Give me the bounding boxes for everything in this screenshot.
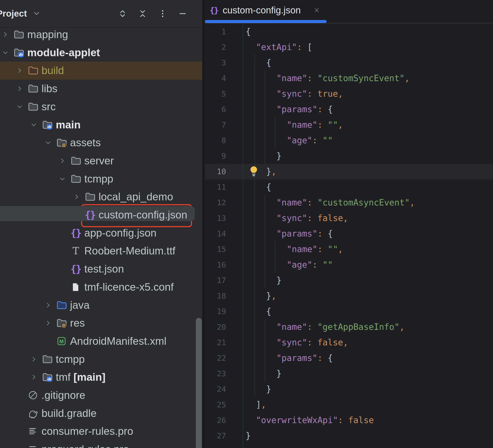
tree-item-label: app-config.json <box>84 224 157 242</box>
line-number: 12 <box>205 195 226 210</box>
line-number: 11 <box>205 179 226 195</box>
chevron-right-icon[interactable] <box>58 157 66 165</box>
tree-item-tmf[interactable]: tmf [main] <box>0 368 202 386</box>
tree-item-proguard-rules-pro[interactable]: proguard-rules.pro <box>0 440 202 448</box>
tree-item-androidmanifest-xml[interactable]: MAndroidManifest.xml <box>0 332 202 350</box>
code-line-25: ], <box>246 397 266 413</box>
chevron-right-icon[interactable] <box>44 301 52 309</box>
tree-item-tcmpp[interactable]: tcmpp <box>0 170 202 188</box>
chevron-right-icon[interactable] <box>16 67 23 74</box>
tree-item-build[interactable]: build <box>0 62 202 80</box>
tree-scrollbar-thumb[interactable] <box>196 318 202 448</box>
hide-panel-icon[interactable] <box>178 9 187 18</box>
lines-icon <box>27 444 39 448</box>
json-icon: {} <box>70 263 81 275</box>
chevron-down-icon[interactable] <box>16 103 23 111</box>
json-icon: {} <box>70 227 81 239</box>
tree-item-test-json[interactable]: {}test.json <box>0 260 202 278</box>
tree-item-label: java <box>70 296 90 314</box>
tree-item-java[interactable]: java <box>0 296 202 314</box>
tree-item-roobert-medium-ttf[interactable]: TRoobert-Medium.ttf <box>0 242 202 260</box>
tree-item-label: res <box>70 314 85 332</box>
tree-item-label: test.json <box>84 260 124 278</box>
close-icon[interactable] <box>313 6 321 14</box>
tree-item-build-gradle[interactable]: build.gradle <box>0 404 202 423</box>
chevron-right-icon[interactable] <box>16 85 23 92</box>
line-number: 22 <box>205 350 226 366</box>
tree-item-server[interactable]: server <box>0 152 202 170</box>
project-panel: Project mappingmodule-appletbuildlibssrc… <box>0 0 202 448</box>
code-line-26: "overwriteWxApi": false <box>246 413 374 428</box>
code-line-12: "name": "customAsyncEvent", <box>246 195 415 210</box>
tree-item-label: Roobert-Medium.ttf <box>84 242 175 260</box>
chevron-right-icon[interactable] <box>30 373 38 381</box>
tree-item-tcmpp[interactable]: tcmpp <box>0 350 202 368</box>
tree-item-label: custom-config.json <box>99 206 187 224</box>
code-line-13: "sync": false, <box>246 210 348 226</box>
folder-assets-icon <box>56 137 67 148</box>
active-tab-indicator <box>205 20 326 23</box>
tree-item-res[interactable]: res <box>0 314 202 332</box>
code-line-14: "params": { <box>246 226 333 241</box>
line-number: 2 <box>205 39 226 55</box>
more-options-icon[interactable] <box>158 9 167 18</box>
chevron-down-icon[interactable] <box>1 49 9 57</box>
tree-item-app-config-json[interactable]: {}app-config.json <box>0 224 202 242</box>
tree-item-local-api-demo[interactable]: local_api_demo <box>0 188 202 206</box>
chevron-right-icon[interactable] <box>1 31 9 38</box>
tree-item-label: server <box>84 152 114 170</box>
unfold-icon[interactable] <box>118 9 127 18</box>
tree-item-libs[interactable]: libs <box>0 80 202 98</box>
code-line-21: "sync": false, <box>246 335 348 350</box>
font-ttf-icon: T <box>70 245 81 256</box>
tree-item-label: build <box>42 62 64 80</box>
svg-text:M: M <box>59 339 64 344</box>
code-line-24: } <box>246 381 271 397</box>
line-number: 10 <box>205 164 226 179</box>
line-number: 3 <box>205 55 226 70</box>
tree-item-mapping[interactable]: mapping <box>0 25 202 44</box>
tree-item-src[interactable]: src <box>0 98 202 116</box>
project-panel-header: Project <box>0 0 202 28</box>
panel-editor-splitter[interactable] <box>202 0 205 448</box>
chevron-down-icon[interactable] <box>44 139 52 147</box>
tree-item-label: tcmpp <box>84 170 113 188</box>
tree-item-consumer-rules-pro[interactable]: consumer-rules.pro <box>0 422 202 440</box>
code-line-9: } <box>246 148 282 164</box>
chevron-right-icon[interactable] <box>44 319 52 327</box>
line-number: 17 <box>205 273 226 288</box>
tab-label: custom-config.json <box>223 0 301 21</box>
folder-java-icon <box>56 299 67 311</box>
tree-item-assets[interactable]: assets <box>0 134 202 152</box>
tree-item-module-applet[interactable]: module-applet <box>0 44 202 62</box>
tree-item-label: main <box>56 116 81 134</box>
editor-pane: {} custom-config.json 123456789101112131… <box>205 0 493 448</box>
code-line-5: "sync": true, <box>246 86 343 102</box>
folder-icon <box>27 83 39 94</box>
tree-item-label: .gitignore <box>42 386 85 404</box>
tree-item-label: proguard-rules.pro <box>42 440 129 448</box>
line-number: 23 <box>205 366 226 381</box>
tree-item-tmf-licence-x5-conf[interactable]: tmf-licence-x5.conf <box>0 278 202 296</box>
gutter-separator <box>243 23 243 448</box>
folder-module-icon <box>13 47 24 58</box>
tree-item-main[interactable]: main <box>0 116 202 134</box>
chevron-down-icon[interactable] <box>30 121 38 129</box>
chevron-right-icon[interactable] <box>73 193 80 201</box>
tree-item-label: module-applet <box>27 44 100 62</box>
tree-item--gitignore[interactable]: .gitignore <box>0 386 202 404</box>
code-line-1: { <box>246 24 251 39</box>
chevron-down-icon[interactable] <box>32 9 41 18</box>
line-number: 27 <box>205 428 226 444</box>
lines-icon <box>27 426 39 437</box>
project-panel-title[interactable]: Project <box>0 0 27 27</box>
tree-item-custom-config-json[interactable]: {}custom-config.json <box>0 206 202 224</box>
chevron-down-icon[interactable] <box>58 175 66 183</box>
chevron-right-icon[interactable] <box>30 355 38 363</box>
line-number: 14 <box>205 226 226 241</box>
ide-window: Project mappingmodule-appletbuildlibssrc… <box>0 0 493 448</box>
line-number: 16 <box>205 257 226 273</box>
tab-custom-config-json[interactable]: {} custom-config.json <box>205 0 326 23</box>
collapse-all-icon[interactable] <box>138 9 147 18</box>
code-line-11: { <box>246 179 271 195</box>
